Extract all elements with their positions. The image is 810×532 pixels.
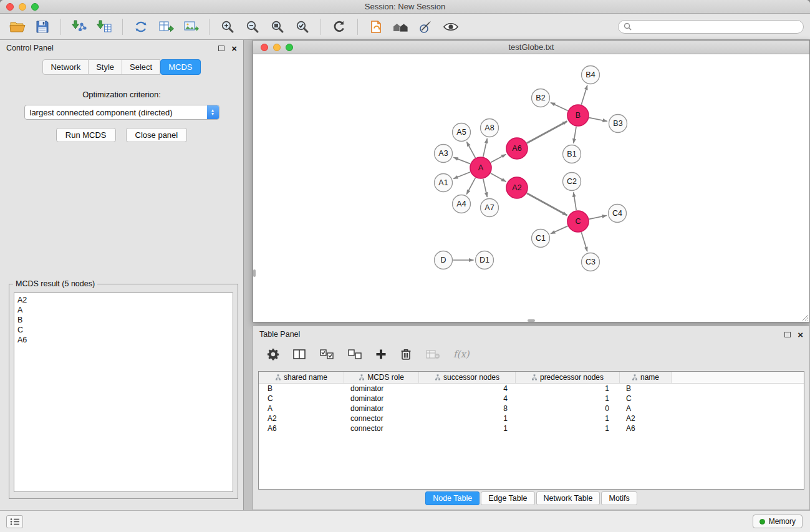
resize-grip-icon[interactable] — [801, 313, 809, 321]
node-A5[interactable]: A5 — [453, 123, 471, 142]
edge-C-C4[interactable] — [589, 216, 607, 220]
delete-column-button[interactable] — [425, 348, 440, 360]
edge-C-C1[interactable] — [551, 226, 568, 233]
column-header-shared-name[interactable]: shared name — [259, 372, 344, 383]
tab-mcds[interactable]: MCDS — [160, 59, 200, 75]
minimize-network-window-button[interactable] — [273, 44, 281, 51]
tab-select[interactable]: Select — [122, 59, 160, 75]
node-C1[interactable]: C1 — [532, 230, 550, 248]
node-B[interactable]: B — [567, 105, 589, 126]
add-column-button[interactable] — [375, 349, 387, 360]
open-session-button[interactable] — [6, 16, 29, 37]
edge-A-A6[interactable] — [491, 154, 506, 162]
node-A3[interactable]: A3 — [435, 145, 453, 163]
edge-B-B2[interactable] — [551, 102, 568, 110]
function-builder-button[interactable]: f(x) — [453, 349, 470, 360]
zoom-window-button[interactable] — [31, 3, 39, 11]
result-item[interactable]: A2 — [17, 295, 229, 305]
edge-A-A8[interactable] — [483, 138, 488, 157]
apply-layout-button[interactable] — [328, 16, 350, 37]
edge-A-A5[interactable] — [466, 142, 475, 158]
node-C3[interactable]: C3 — [582, 253, 600, 271]
zoom-fit-button[interactable] — [266, 16, 289, 37]
column-header-MCDS-role[interactable]: MCDS role — [344, 372, 419, 383]
edge-A-A4[interactable] — [466, 178, 475, 195]
horizontal-scroll-thumb[interactable] — [528, 319, 535, 322]
dropdown-stepper-icon[interactable]: ▲ ▼ — [207, 105, 219, 120]
node-table[interactable]: shared nameMCDS rolesuccessor nodesprede… — [258, 371, 804, 490]
new-network-button[interactable] — [130, 16, 152, 37]
edge-C-C2[interactable] — [574, 192, 577, 210]
global-search[interactable] — [618, 20, 804, 34]
node-A6[interactable]: A6 — [506, 138, 528, 159]
close-panel-button[interactable]: Close panel — [126, 128, 188, 142]
node-A4[interactable]: A4 — [453, 195, 471, 213]
result-item[interactable]: A6 — [17, 335, 229, 345]
deselect-all-button[interactable] — [347, 348, 362, 360]
zoom-in-button[interactable] — [216, 16, 239, 37]
network-canvas[interactable]: B4B2BB3A8A5A6B1A3AC2A1A2A4A7C4CC1C3DD1 — [253, 54, 809, 322]
select-all-button[interactable] — [319, 348, 334, 360]
node-A1[interactable]: A1 — [435, 174, 453, 192]
open-document-button[interactable] — [365, 16, 387, 37]
zoom-out-button[interactable] — [241, 16, 264, 37]
result-item[interactable]: B — [17, 315, 229, 325]
annotation-brush-button[interactable] — [415, 16, 437, 37]
table-row[interactable]: Adominator80A — [259, 404, 804, 414]
vertical-scroll-thumb[interactable] — [253, 269, 256, 277]
column-header-successor-nodes[interactable]: successor nodes — [419, 372, 516, 383]
edge-C-C3[interactable] — [581, 232, 587, 251]
delete-rows-button[interactable] — [400, 347, 412, 361]
node-B2[interactable]: B2 — [532, 89, 550, 107]
close-table-panel-icon[interactable]: × — [798, 330, 803, 339]
import-table-button[interactable] — [93, 16, 115, 37]
node-B3[interactable]: B3 — [609, 115, 627, 133]
table-row[interactable]: Bdominator41B — [259, 384, 804, 394]
show-columns-button[interactable] — [292, 348, 306, 360]
minimize-window-button[interactable] — [19, 3, 26, 11]
edge-A2-C[interactable] — [527, 193, 567, 216]
tab-style[interactable]: Style — [89, 59, 122, 75]
table-row[interactable]: Cdominator41C — [259, 394, 804, 404]
result-item[interactable]: C — [17, 325, 229, 335]
criterion-dropdown[interactable]: largest connected component (directed) ▲… — [24, 105, 219, 120]
column-header-name[interactable]: name — [620, 372, 672, 383]
network-graph[interactable]: B4B2BB3A8A5A6B1A3AC2A1A2A4A7C4CC1C3DD1 — [253, 54, 809, 322]
node-C2[interactable]: C2 — [563, 173, 581, 191]
node-A7[interactable]: A7 — [481, 199, 499, 217]
show-graphics-details-button[interactable] — [440, 16, 462, 37]
table-row[interactable]: A6connector11A6 — [259, 423, 804, 433]
node-A8[interactable]: A8 — [481, 119, 499, 137]
global-search-input[interactable] — [635, 22, 798, 31]
node-B1[interactable]: B1 — [563, 145, 581, 163]
tab-network[interactable]: Network — [42, 59, 89, 75]
node-A2[interactable]: A2 — [506, 177, 528, 198]
edge-A6-B[interactable] — [527, 122, 567, 143]
table-row[interactable]: A2connector11A2 — [259, 414, 804, 423]
node-D[interactable]: D — [435, 251, 453, 269]
import-network-button[interactable] — [68, 16, 90, 37]
tab-network-table[interactable]: Network Table — [536, 491, 600, 505]
panel-selector-button[interactable] — [6, 515, 23, 528]
tab-edge-table[interactable]: Edge Table — [481, 491, 534, 505]
new-table-button[interactable] — [155, 16, 177, 37]
node-C[interactable]: C — [567, 211, 589, 232]
edge-B-B4[interactable] — [581, 85, 587, 105]
table-settings-button[interactable] — [267, 348, 279, 360]
column-header-predecessor-nodes[interactable]: predecessor nodes — [516, 372, 620, 383]
node-B4[interactable]: B4 — [582, 66, 600, 84]
tab-motifs[interactable]: Motifs — [601, 491, 637, 505]
first-neighbors-button[interactable] — [390, 16, 412, 37]
run-mcds-button[interactable]: Run MCDS — [56, 128, 116, 142]
node-A[interactable]: A — [470, 157, 491, 178]
close-panel-icon[interactable]: × — [231, 44, 237, 53]
node-D1[interactable]: D1 — [476, 251, 494, 269]
edge-A-A1[interactable] — [453, 172, 470, 179]
close-network-window-button[interactable] — [261, 44, 268, 51]
node-C4[interactable]: C4 — [609, 205, 627, 223]
zoom-network-window-button[interactable] — [286, 44, 293, 51]
mcds-result-list[interactable]: A2ABCA6 — [14, 293, 233, 492]
export-image-button[interactable] — [180, 16, 202, 37]
zoom-selected-button[interactable] — [291, 16, 314, 37]
close-window-button[interactable] — [6, 3, 14, 11]
